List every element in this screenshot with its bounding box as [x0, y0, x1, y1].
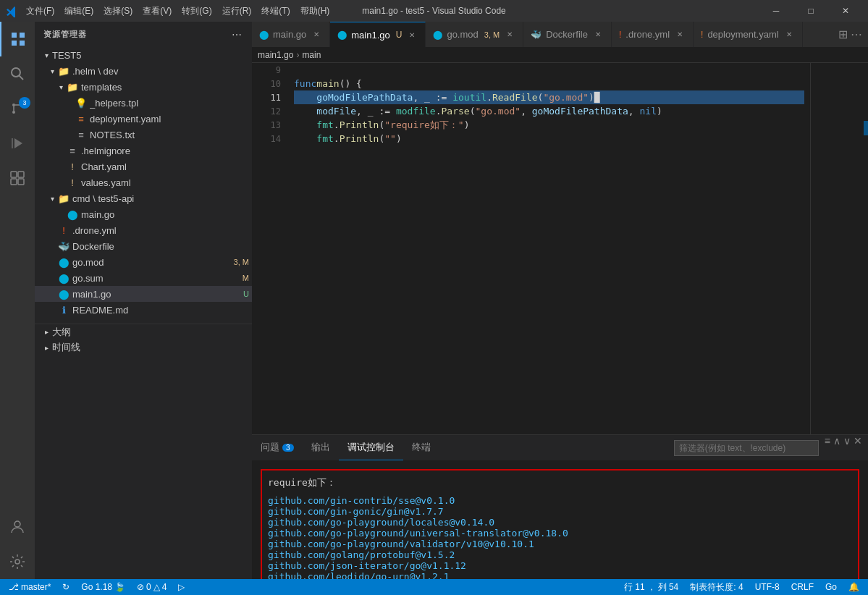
cmd-folder-icon: 📁 [58, 193, 69, 204]
close-button[interactable]: ✕ [829, 0, 862, 22]
panel-chevron-up-icon[interactable]: ∧ [833, 435, 840, 460]
menu-help[interactable]: 帮助(H) [296, 4, 334, 19]
go-version-label: Go 1.18 [81, 582, 112, 592]
status-run-icon[interactable]: ▷ [175, 582, 187, 592]
tab-main1-go-close[interactable]: ✕ [406, 29, 418, 41]
activity-run-debug[interactable] [0, 126, 35, 161]
panel-close-icon[interactable]: ✕ [854, 435, 862, 460]
status-char-length[interactable]: 制表符长度: 4 [687, 581, 746, 594]
svg-rect-7 [18, 172, 24, 177]
code-editor[interactable]: 9 10 11 12 13 14 func main() { goModFile… [252, 63, 868, 434]
activity-source-control[interactable]: 3 [0, 91, 35, 126]
code-line-10: func main() { [294, 77, 804, 90]
tree-label-dockerfile: Dockerfile [72, 241, 252, 252]
menu-run[interactable]: 运行(R) [218, 4, 256, 19]
tab-main-go-close[interactable]: ✕ [311, 29, 322, 41]
tree-root[interactable]: ▾ TEST5 [35, 47, 252, 63]
status-line-ending[interactable]: CRLF [788, 582, 817, 592]
titlebar-controls[interactable]: ─ □ ✕ [759, 0, 862, 22]
status-bell-icon[interactable]: 🔔 [846, 582, 862, 592]
menu-goto[interactable]: 转到(G) [177, 4, 216, 19]
tab-dockerfile[interactable]: 🐳 Dockerfile ✕ [523, 22, 612, 47]
tree-item-main-go-cmd[interactable]: ▶ ⬤ main.go [35, 206, 252, 222]
panel-list-icon[interactable]: ≡ [825, 435, 830, 460]
tab-deployment-close[interactable]: ✕ [783, 29, 795, 41]
tree-item-cmd[interactable]: ▾ 📁 cmd \ test5-api [35, 190, 252, 206]
tree-item-notes[interactable]: ▶ ≡ NOTES.txt [35, 127, 252, 143]
tab-drone[interactable]: ! .drone.yml ✕ [612, 22, 694, 47]
new-file-icon[interactable]: ⋯ [230, 28, 243, 42]
tab-dockerfile-close[interactable]: ✕ [592, 29, 604, 41]
status-branch[interactable]: ⎇ master* [6, 582, 54, 592]
tab-deployment-label: deployment.yaml [707, 29, 778, 40]
status-errors[interactable]: ⊘ 0 △ 4 [134, 582, 169, 592]
tab-extra-controls[interactable]: ⊞ ⋯ [833, 22, 868, 47]
panel-chevron-down-icon[interactable]: ∨ [843, 435, 851, 460]
status-go-version[interactable]: Go 1.18 🍃 [78, 582, 128, 592]
menu-view[interactable]: 查看(V) [138, 4, 176, 19]
status-language[interactable]: Go [822, 582, 840, 592]
svg-point-0 [12, 68, 20, 77]
tab-deployment-yaml[interactable]: ! deployment.yaml ✕ [694, 22, 803, 47]
activity-settings[interactable] [0, 544, 35, 579]
svg-rect-8 [11, 179, 17, 185]
encoding-label: UTF-8 [755, 582, 780, 592]
tree-item-values[interactable]: ▶ ! values.yaml [35, 174, 252, 190]
terminal-output[interactable]: require如下： github.com/gin-contrib/sse@v0… [252, 460, 868, 579]
main1-badge: U [243, 290, 249, 298]
panel-tab-debug[interactable]: 调试控制台 [339, 435, 403, 460]
breadcrumb-symbol[interactable]: main [302, 50, 321, 60]
tab-drone-close[interactable]: ✕ [674, 29, 686, 41]
breadcrumb-file[interactable]: main1.go [258, 50, 293, 60]
drone-exclaim-icon: ! [58, 224, 69, 236]
gosum-badge: M [243, 274, 249, 282]
line-ending-label: CRLF [791, 582, 814, 592]
tree-item-helm-dev[interactable]: ▾ 📁 .helm \ dev [35, 63, 252, 79]
menu-file[interactable]: 文件(F) [22, 4, 59, 19]
maximize-button[interactable]: □ [794, 0, 827, 22]
panel-tab-terminal[interactable]: 终端 [403, 435, 439, 460]
panel-filter-input[interactable] [674, 440, 819, 456]
activity-explorer[interactable] [0, 22, 35, 56]
tree-item-gosum[interactable]: ▶ ⬤ go.sum M [35, 270, 252, 286]
activity-account[interactable] [0, 510, 35, 544]
tree-item-main1-go[interactable]: ▶ ⬤ main1.go U [35, 286, 252, 302]
sidebar-header-icons[interactable]: ⋯ [230, 28, 243, 42]
tree-item-gomod[interactable]: ▶ ⬤ go.mod 3, M [35, 254, 252, 270]
outline-section[interactable]: ▸ 大纲 [35, 324, 252, 339]
status-encoding[interactable]: UTF-8 [752, 582, 783, 592]
activity-search[interactable] [0, 56, 35, 91]
tab-more-icon[interactable]: ⋯ [851, 28, 862, 41]
panel-tab-output[interactable]: 输出 [303, 435, 339, 460]
tab-gomod[interactable]: ⬤ go.mod 3, M ✕ [426, 22, 523, 47]
titlebar-menu[interactable]: 文件(F) 编辑(E) 选择(S) 查看(V) 转到(G) 运行(R) 终端(T… [22, 4, 334, 19]
tree-item-chart[interactable]: ▶ ! Chart.yaml [35, 159, 252, 174]
menu-select[interactable]: 选择(S) [99, 4, 137, 19]
tree-item-templates[interactable]: ▾ 📁 templates [35, 79, 252, 95]
code-content[interactable]: func main() { goModFilePathData, _ := io… [288, 63, 810, 434]
yaml-icon: ≡ [75, 113, 87, 125]
menu-edit[interactable]: 编辑(E) [60, 4, 98, 19]
tab-main1-go[interactable]: ⬤ main1.go U ✕ [330, 22, 426, 47]
sidebar: 资源管理器 ⋯ ▾ TEST5 ▾ 📁 .helm \ dev ▾ 📁 temp… [35, 22, 252, 579]
go-sum-icon: ⬤ [58, 272, 69, 284]
tab-split-icon[interactable]: ⊞ [838, 28, 848, 41]
minimize-button[interactable]: ─ [759, 0, 793, 22]
activity-extensions[interactable] [0, 161, 35, 195]
menu-terminal[interactable]: 终端(T) [257, 4, 294, 19]
status-line[interactable]: 行 11， 列 54 [621, 581, 681, 594]
tab-main-go[interactable]: ⬤ main.go ✕ [252, 22, 330, 47]
status-sync[interactable]: ↻ [59, 582, 72, 592]
tree-item-readme[interactable]: ▶ ℹ README.md [35, 302, 252, 318]
panel-tab-problems[interactable]: 问题 3 [252, 435, 303, 460]
tree-item-deployment-yaml[interactable]: ▶ ≡ deployment.yaml [35, 111, 252, 127]
tab-gomod-close[interactable]: ✕ [504, 29, 515, 41]
timeline-section[interactable]: ▸ 时间线 [35, 339, 252, 355]
terminal-pkg-1: github.com/gin-gonic/gin@v1.7.7 [268, 506, 852, 517]
tree-item-dockerfile[interactable]: ▶ 🐳 Dockerfile [35, 238, 252, 254]
error-icon: ⊘ [137, 582, 144, 592]
tree-item-drone[interactable]: ▶ ! .drone.yml [35, 222, 252, 238]
tree-label-chart: Chart.yaml [81, 161, 252, 172]
tree-item-helmignore[interactable]: ▶ ≡ .helmignore [35, 143, 252, 159]
tree-item-helpers[interactable]: ▶ 💡 _helpers.tpl [35, 95, 252, 111]
